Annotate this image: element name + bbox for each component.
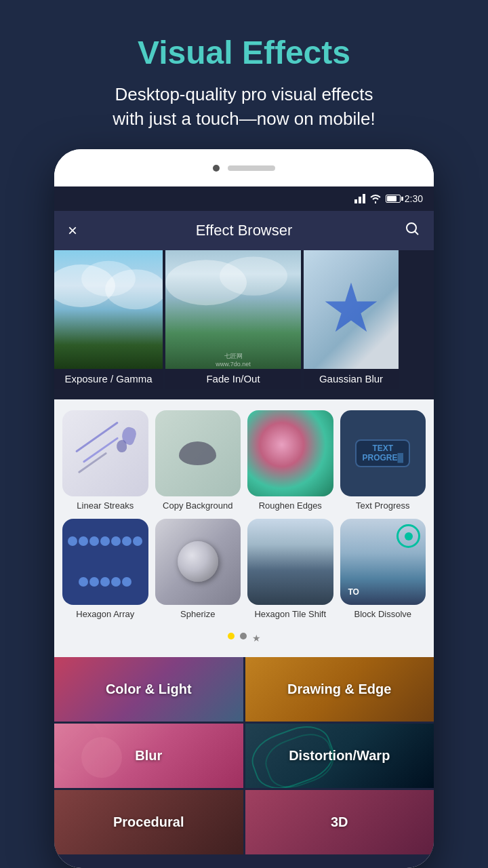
hexagon-tile-thumb: [247, 519, 333, 605]
block-dissolve-thumb: TO: [340, 519, 426, 605]
effects-grid-row1: Linear Streaks Copy Background: [62, 410, 426, 511]
phone-mockup: 2:30 × Effect Browser: [54, 149, 434, 868]
pagination-dots: ★: [62, 627, 426, 646]
category-label-3d: 3D: [331, 814, 348, 830]
phone-camera: [213, 165, 220, 172]
status-bar: 2:30: [54, 186, 434, 211]
page-subtitle: Desktop-quality pro visual effectswith j…: [41, 82, 447, 132]
featured-carousel[interactable]: Exposure / Gamma 七匠网www.7do.net Fade In/…: [54, 250, 434, 399]
text-progress-inner: TEXTPROGRE█: [355, 439, 410, 467]
effect-linear-streaks[interactable]: Linear Streaks: [62, 410, 148, 511]
category-3d[interactable]: 3D: [245, 790, 434, 854]
wifi-icon: [369, 194, 382, 203]
text-progress-label: TEXTPROGRE█: [362, 443, 403, 463]
category-label-blur: Blur: [135, 748, 162, 764]
effect-text-progress[interactable]: TEXTPROGRE█ Text Progress: [340, 410, 426, 511]
effect-label-copy-background: Copy Background: [163, 500, 232, 511]
effect-hexagon-tile-shift[interactable]: Hexagon Tile Shift: [247, 519, 333, 619]
effect-label-hexagon-tile-shift: Hexagon Tile Shift: [254, 609, 326, 620]
effect-roughen-edges[interactable]: Roughen Edges: [247, 410, 333, 511]
copy-bg-shape: [179, 441, 216, 465]
toolbar-title: Effect Browser: [95, 222, 393, 239]
category-label-distortion: Distortion/Warp: [289, 748, 390, 764]
close-button[interactable]: ×: [68, 221, 95, 240]
phone-top-bar: [54, 149, 434, 186]
effects-section: Linear Streaks Copy Background: [54, 399, 434, 657]
carousel-label-exposure: Exposure / Gamma: [54, 369, 163, 389]
effect-label-spherize: Spherize: [180, 609, 215, 620]
sphere-shape: [178, 541, 218, 582]
effect-spherize[interactable]: Spherize: [155, 519, 241, 619]
svg-marker-1: [359, 197, 361, 203]
category-label-color-light: Color & Light: [106, 682, 192, 697]
roughen-thumb: [247, 410, 333, 496]
carousel-item-exposure[interactable]: Exposure / Gamma: [54, 250, 163, 399]
page-title: Visual Effects: [41, 34, 447, 71]
search-button[interactable]: [393, 220, 420, 241]
pagination-star[interactable]: ★: [252, 633, 261, 644]
category-drawing-edge[interactable]: Drawing & Edge: [245, 657, 434, 722]
effect-hexagon-array[interactable]: Hexagon Array: [62, 519, 148, 619]
category-procedural[interactable]: Procedural: [54, 790, 243, 854]
carousel-item-gaussian[interactable]: Gaussian Blur: [304, 250, 399, 399]
hexagon-thumb: [62, 519, 148, 605]
status-time: 2:30: [405, 193, 423, 204]
pagination-dot-1[interactable]: [228, 633, 235, 639]
category-distortion[interactable]: Distortion/Warp: [245, 724, 434, 788]
carousel-item-fadeinout[interactable]: 七匠网www.7do.net Fade In/Out: [165, 250, 301, 399]
effect-label-text-progress: Text Progress: [356, 500, 409, 511]
carousel-label-fadeinout: Fade In/Out: [165, 369, 301, 389]
toolbar: × Effect Browser: [54, 211, 434, 250]
effect-copy-background[interactable]: Copy Background: [155, 410, 241, 511]
svg-marker-2: [363, 194, 365, 203]
carousel-label-gaussian: Gaussian Blur: [304, 369, 399, 389]
category-label-procedural: Procedural: [113, 814, 184, 830]
category-grid: Color & Light Drawing & Edge Blur: [54, 657, 434, 854]
svg-point-3: [407, 223, 416, 233]
pagination-dot-2[interactable]: [240, 633, 247, 639]
star-shape: [324, 283, 378, 337]
category-blur[interactable]: Blur: [54, 724, 243, 788]
category-label-drawing-edge: Drawing & Edge: [287, 682, 391, 697]
svg-marker-0: [354, 199, 357, 203]
status-icons: 2:30: [354, 193, 423, 204]
effect-label-hexagon-array: Hexagon Array: [76, 609, 134, 620]
header-section: Visual Effects Desktop-quality pro visua…: [0, 0, 488, 152]
signal-icon: [354, 194, 365, 203]
phone-speaker: [228, 165, 275, 171]
effects-grid-row2: Hexagon Array Spherize Hexag: [62, 519, 426, 619]
battery-icon: [386, 195, 401, 203]
dissolve-text: TO: [348, 587, 359, 597]
effect-label-roughen-edges: Roughen Edges: [259, 500, 322, 511]
effect-label-block-dissolve: Block Dissolve: [354, 609, 411, 620]
effect-label-linear-streaks: Linear Streaks: [77, 500, 134, 511]
svg-point-9: [220, 257, 287, 296]
effect-block-dissolve[interactable]: TO Block Dissolve: [340, 519, 426, 619]
app-content: 2:30 × Effect Browser: [54, 186, 434, 868]
category-color-light[interactable]: Color & Light: [54, 657, 243, 722]
svg-line-4: [415, 231, 418, 235]
